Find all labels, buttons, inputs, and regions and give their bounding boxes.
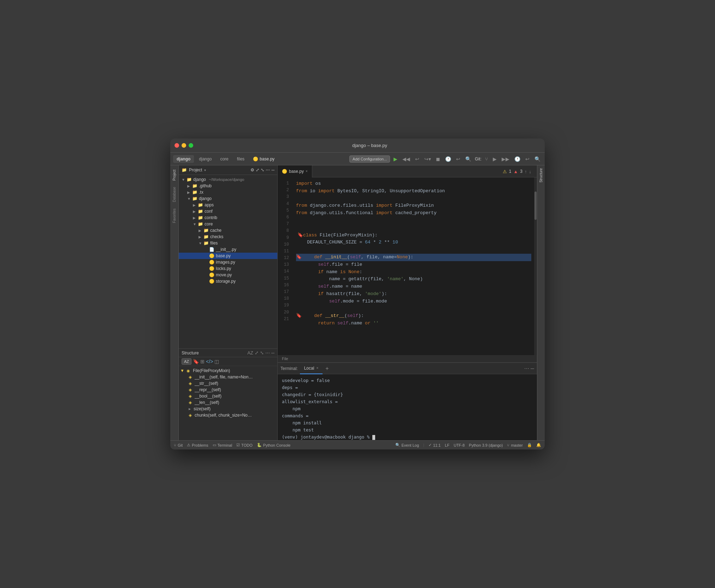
expand-icon[interactable]: ⤢: [256, 167, 259, 172]
expand-all-icon[interactable]: ⤢: [255, 350, 259, 355]
rerun-icon[interactable]: ↩: [455, 155, 462, 163]
struct-class-item[interactable]: ▼ ◉ File(FileProxyMixin): [179, 368, 277, 374]
status-encoding[interactable]: UTF-8: [454, 443, 465, 447]
struct-chunks-method[interactable]: ◈ chunks(self, chunk_size=No…: [179, 412, 277, 418]
warning-icon[interactable]: ⚠: [503, 169, 507, 174]
tree-move-py[interactable]: ▶ 🟡 move.py: [179, 272, 277, 278]
tree-apps[interactable]: ▶ 📁 apps: [179, 202, 277, 208]
status-git[interactable]: ⑂ Git: [174, 443, 183, 447]
close-button[interactable]: [175, 143, 179, 148]
git-pull-icon[interactable]: ▶▶: [500, 155, 511, 163]
minimize-button[interactable]: [182, 143, 186, 148]
tab-close-button[interactable]: ×: [306, 169, 308, 173]
struct-init-method[interactable]: ◈ __init__(self, file, name=Non…: [179, 374, 277, 380]
status-notifications[interactable]: 🔔: [536, 443, 541, 447]
tab-django-project[interactable]: django: [173, 155, 194, 163]
tree-cache[interactable]: ▶ 📁 cache: [179, 227, 277, 234]
struct-repr-method[interactable]: ◈ __repr__(self): [179, 387, 277, 393]
tree-locks-py[interactable]: ▶ 🟡 locks.py: [179, 265, 277, 272]
status-line-ending[interactable]: LF: [445, 443, 449, 447]
tree-checks[interactable]: ▶ 📁 checks: [179, 234, 277, 240]
git-push-icon[interactable]: ▶: [491, 155, 498, 163]
sidebar-tab-project[interactable]: Project: [171, 167, 177, 183]
tree-files-folder[interactable]: ▼ 📁 files: [179, 240, 277, 246]
git-branch-icon[interactable]: ⑂: [484, 155, 489, 163]
status-event-log[interactable]: 🔍 Event Log: [395, 443, 419, 447]
tab-basepy[interactable]: 🟡 base.py: [249, 155, 278, 163]
minimize-structure-icon[interactable]: ─: [271, 350, 274, 355]
scrollbar-thumb[interactable]: [534, 192, 537, 220]
status-problems[interactable]: ⚠ Problems: [187, 443, 208, 447]
toolbar-search-icon[interactable]: 🔍: [533, 155, 542, 163]
collapse-icon[interactable]: ⤡: [261, 167, 264, 172]
terminal-minimize-icon[interactable]: ─: [531, 366, 534, 371]
expand-code-icon[interactable]: ◫: [214, 359, 219, 364]
traffic-lights: [175, 143, 193, 148]
clock-icon[interactable]: 🕐: [444, 155, 453, 163]
tree-conf[interactable]: ▶ 📁 conf: [179, 208, 277, 214]
forward-icon[interactable]: ↪▾: [423, 155, 432, 163]
status-lock[interactable]: 🔒: [527, 443, 532, 447]
terminal-tab-local[interactable]: Local ×: [300, 363, 323, 374]
run-icon[interactable]: ▶: [392, 155, 399, 163]
nav-up-icon[interactable]: ↑: [525, 169, 527, 174]
git-revert-icon[interactable]: ↩: [524, 155, 531, 163]
status-git-branch[interactable]: ⑂ master: [507, 443, 523, 447]
tree-django-folder[interactable]: ▼ 📁 django: [179, 195, 277, 202]
editor-tab-basepy[interactable]: 🟡 base.py ×: [278, 165, 312, 177]
status-python-version[interactable]: Python 3.9 (django): [469, 443, 503, 447]
stop-icon[interactable]: ◼: [435, 155, 442, 163]
status-todo[interactable]: ☑ TODO: [236, 443, 253, 447]
search-icon[interactable]: 🔍: [464, 155, 473, 163]
status-terminal[interactable]: ▭ Terminal: [213, 443, 232, 447]
tab-django[interactable]: django: [195, 155, 215, 163]
tree-base-py[interactable]: ▶ 🟡 base.py: [179, 253, 277, 259]
tree-tx[interactable]: ▶ 📁 .tx: [179, 189, 277, 195]
sidebar-tab-favorites[interactable]: Favorites: [171, 206, 177, 226]
sidebar-tab-database[interactable]: Database: [171, 184, 177, 205]
struct-bool-method[interactable]: ◈ __bool__(self): [179, 393, 277, 399]
tab-files[interactable]: files: [234, 155, 248, 163]
code-content[interactable]: import os from io import BytesIO, String…: [292, 177, 534, 355]
minimize-panel-icon[interactable]: ─: [271, 167, 274, 172]
django-folder-icon: 📁: [192, 196, 197, 201]
terminal-content[interactable]: usedevelop = false deps = changedir = {t…: [278, 374, 537, 440]
error-icon[interactable]: ▲: [513, 169, 518, 174]
terminal-tab-close[interactable]: ×: [316, 366, 318, 370]
bookmark-icon[interactable]: 🔖: [193, 359, 199, 364]
struct-len-method[interactable]: ◈ __len__(self): [179, 399, 277, 406]
status-python-console[interactable]: 🐍 Python Console: [257, 443, 291, 447]
tree-init-py[interactable]: ▶ 📄 __init__.py: [179, 246, 277, 253]
status-cursor-pos[interactable]: ✓ 11:1: [429, 443, 441, 447]
project-dropdown[interactable]: ▾: [204, 168, 206, 172]
filter-icon[interactable]: ⊞: [200, 359, 205, 364]
tree-core[interactable]: ▼ 📁 core: [179, 221, 277, 227]
nav-down-icon[interactable]: ↓: [529, 169, 532, 174]
code-editor[interactable]: 12345 678910 1112131415 1617181920 21 im…: [278, 177, 537, 355]
git-history-icon[interactable]: 🕐: [513, 155, 522, 163]
struct-str-method[interactable]: ◈ __str__(self): [179, 380, 277, 387]
terminal-more-icon[interactable]: ⋯: [524, 366, 529, 371]
collapse-all-icon[interactable]: ⤡: [260, 350, 264, 355]
add-terminal-tab-button[interactable]: +: [323, 365, 331, 372]
code-icon[interactable]: </>: [206, 359, 213, 364]
struct-size-method[interactable]: ▸ size(self): [179, 406, 277, 412]
tree-github[interactable]: ▶ 📁 .github: [179, 183, 277, 189]
tree-root-django[interactable]: ▼ 📁 django ~/Workspace/django: [179, 176, 277, 183]
gear-icon[interactable]: ⚙: [250, 167, 254, 172]
tree-storage-py[interactable]: ▶ 🟡 storage.py: [179, 278, 277, 284]
more-icon[interactable]: ⋯: [266, 167, 270, 172]
back-icon[interactable]: ↩: [414, 155, 421, 163]
az-sort-button[interactable]: AZ: [182, 358, 191, 365]
coverage-icon[interactable]: ◀◀: [401, 155, 412, 163]
tree-images-py[interactable]: ▶ 🟡 images.py: [179, 259, 277, 265]
maximize-button[interactable]: [189, 143, 193, 148]
editor-scrollbar[interactable]: [534, 177, 537, 355]
tree-contrib[interactable]: ▶ 📁 contrib: [179, 214, 277, 221]
add-configuration-button[interactable]: Add Configuration...: [349, 155, 390, 163]
tab-core[interactable]: core: [217, 155, 232, 163]
sort-icon[interactable]: AZ: [247, 350, 253, 355]
more-options-icon[interactable]: ⋯: [265, 350, 270, 355]
cache-folder-icon: 📁: [203, 228, 209, 233]
sidebar-tab-structure[interactable]: Structure: [538, 165, 544, 186]
